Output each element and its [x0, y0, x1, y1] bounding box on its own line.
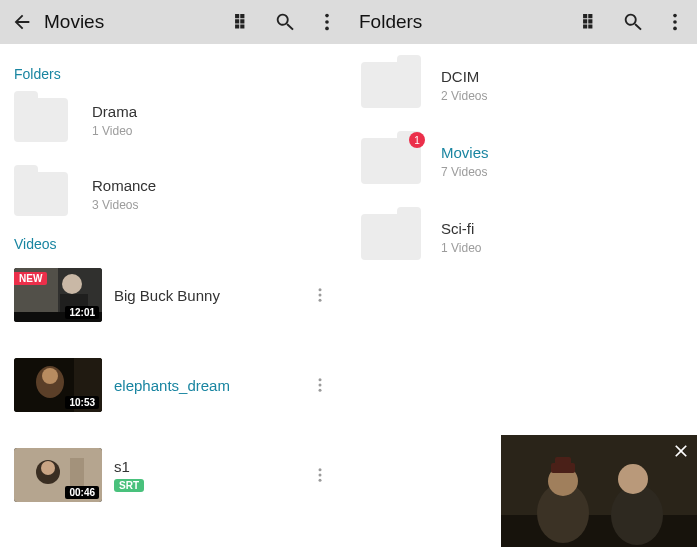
svg-point-15: [319, 378, 322, 381]
folder-icon: [361, 62, 421, 108]
video-more-button[interactable]: [305, 280, 335, 310]
svg-point-10: [319, 299, 322, 302]
arrow-left-icon: [11, 11, 33, 33]
more-vert-icon: [311, 466, 329, 484]
folder-sub: 7 Videos: [441, 165, 489, 179]
topbar-actions-right: [579, 10, 687, 34]
duration-badge: 10:53: [65, 396, 99, 409]
folder-sub: 2 Videos: [441, 89, 487, 103]
svg-point-26: [673, 20, 677, 24]
video-thumbnail: NEW 12:01: [14, 268, 102, 322]
folder-text: Movies 7 Videos: [441, 144, 489, 179]
grid-icon: [581, 12, 601, 32]
video-row-s1[interactable]: 00:46 s1 SRT: [0, 440, 349, 510]
search-button[interactable]: [273, 10, 297, 34]
duration-badge: 00:46: [65, 486, 99, 499]
folder-text: DCIM 2 Videos: [441, 68, 487, 103]
folder-name: Romance: [92, 177, 156, 194]
folder-row-movies[interactable]: 1 Movies 7 Videos: [349, 130, 697, 192]
video-row-big-buck-bunny[interactable]: NEW 12:01 Big Buck Bunny: [0, 260, 349, 330]
page-title-right: Folders: [359, 11, 579, 33]
folder-text: Sci-fi 1 Video: [441, 220, 481, 255]
video-more-button[interactable]: [305, 460, 335, 490]
folder-name: DCIM: [441, 68, 487, 85]
folder-icon: [14, 98, 68, 142]
folder-icon: [14, 172, 68, 216]
pip-close-button[interactable]: [671, 441, 691, 461]
svg-point-16: [319, 384, 322, 387]
section-label-folders: Folders: [0, 54, 349, 90]
svg-point-23: [319, 474, 322, 477]
folder-name: Sci-fi: [441, 220, 481, 237]
svg-point-13: [42, 368, 58, 384]
topbar-right: Folders: [349, 0, 697, 44]
back-button[interactable]: [10, 10, 34, 34]
content-left: Folders Drama 1 Video Romance 3 Videos V…: [0, 44, 349, 510]
search-icon: [622, 11, 644, 33]
folder-row-dcim[interactable]: DCIM 2 Videos: [349, 54, 697, 116]
folder-sub: 1 Video: [92, 124, 137, 138]
video-text: elephants_dream: [114, 377, 230, 394]
folder-name: Drama: [92, 103, 137, 120]
svg-point-0: [325, 14, 329, 18]
folder-row-drama[interactable]: Drama 1 Video: [0, 90, 349, 150]
new-badge: NEW: [14, 272, 47, 285]
folder-text: Romance 3 Videos: [92, 177, 156, 212]
video-title: Big Buck Bunny: [114, 287, 220, 304]
topbar-left: Movies: [0, 0, 349, 44]
svg-point-2: [325, 27, 329, 31]
folder-badge: 1: [409, 132, 425, 148]
folder-row-scifi[interactable]: Sci-fi 1 Video: [349, 206, 697, 268]
more-vert-icon: [311, 286, 329, 304]
folder-text: Drama 1 Video: [92, 103, 137, 138]
folder-sub: 1 Video: [441, 241, 481, 255]
svg-point-24: [319, 479, 322, 482]
svg-point-1: [325, 20, 329, 24]
svg-rect-29: [501, 515, 697, 547]
svg-rect-33: [555, 457, 571, 465]
svg-point-25: [673, 14, 677, 18]
video-more-button[interactable]: [305, 370, 335, 400]
folder-icon: 1: [361, 138, 421, 184]
more-button[interactable]: [663, 10, 687, 34]
pip-frame: [501, 435, 697, 547]
pip-player[interactable]: [501, 435, 697, 547]
pane-movies: Movies Folders Drama 1 Video Romanc: [0, 0, 349, 547]
srt-badge: SRT: [114, 479, 144, 492]
folder-name: Movies: [441, 144, 489, 161]
pane-folders: Folders DCIM 2 Videos 1 M: [349, 0, 697, 547]
more-vert-icon: [664, 11, 686, 33]
folder-icon: [361, 214, 421, 260]
svg-point-17: [319, 389, 322, 392]
svg-point-20: [41, 461, 55, 475]
grid-icon: [233, 12, 253, 32]
video-row-elephants-dream[interactable]: 10:53 elephants_dream: [0, 350, 349, 420]
view-grid-button[interactable]: [231, 10, 255, 34]
more-vert-icon: [311, 376, 329, 394]
video-title: s1: [114, 458, 144, 475]
search-button[interactable]: [621, 10, 645, 34]
video-title: elephants_dream: [114, 377, 230, 394]
svg-point-5: [62, 274, 82, 294]
svg-point-34: [611, 485, 663, 545]
duration-badge: 12:01: [65, 306, 99, 319]
svg-point-22: [319, 468, 322, 471]
search-icon: [274, 11, 296, 33]
svg-point-27: [673, 27, 677, 31]
video-thumbnail: 10:53: [14, 358, 102, 412]
more-button[interactable]: [315, 10, 339, 34]
content-right: DCIM 2 Videos 1 Movies 7 Videos Sci-fi 1…: [349, 44, 697, 268]
page-title-left: Movies: [44, 11, 231, 33]
video-text: Big Buck Bunny: [114, 287, 220, 304]
svg-point-9: [319, 294, 322, 297]
video-thumbnail: 00:46: [14, 448, 102, 502]
close-icon: [671, 441, 691, 461]
section-label-videos: Videos: [0, 224, 349, 260]
view-grid-button[interactable]: [579, 10, 603, 34]
topbar-actions-left: [231, 10, 339, 34]
video-text: s1 SRT: [114, 458, 144, 493]
folder-sub: 3 Videos: [92, 198, 156, 212]
folder-row-romance[interactable]: Romance 3 Videos: [0, 164, 349, 224]
more-vert-icon: [316, 11, 338, 33]
svg-point-8: [319, 288, 322, 291]
